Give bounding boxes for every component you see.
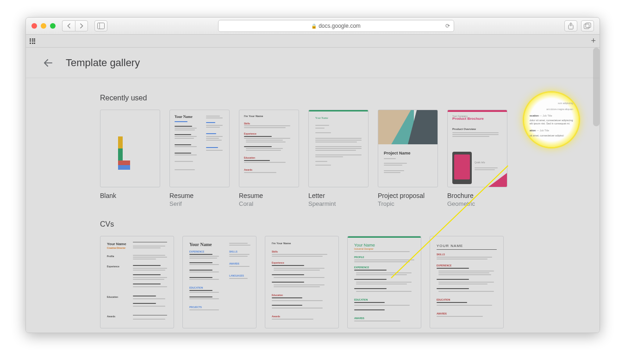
template-card-cv-5[interactable]: YOUR NAME SKILLS EXPERIENCE	[430, 236, 504, 328]
template-thumb-cv-1[interactable]: Your Name Creative Director Profile Expe…	[100, 236, 174, 328]
reload-button[interactable]: ⟳	[445, 23, 450, 29]
thumb-role: Creative Director	[107, 247, 125, 249]
lock-icon: 🔒	[311, 24, 317, 29]
apps-grid-icon[interactable]	[30, 38, 35, 44]
maximize-window-button[interactable]	[50, 23, 56, 29]
template-thumb-cv-4[interactable]: Your Name Industrial Designer PROFILE EX…	[347, 236, 421, 328]
arrow-left-icon	[43, 57, 54, 68]
template-title: Resume	[169, 192, 230, 199]
svg-rect-0	[98, 23, 105, 29]
tabs-icon	[584, 23, 591, 29]
template-thumb-brochure[interactable]: Your Company Product Brochure Product Ov…	[447, 110, 507, 187]
page-content: Template gallery Recently used Blank	[26, 48, 600, 333]
section-recently-used-title: Recently used	[100, 94, 525, 102]
gallery-back-button[interactable]	[39, 54, 57, 72]
thumb-brochure-title: Product Brochure	[452, 117, 484, 121]
template-subtitle: Coral	[239, 200, 299, 207]
thumb-name: YOUR NAME	[437, 244, 463, 248]
close-window-button[interactable]	[31, 23, 37, 29]
svg-rect-3	[584, 24, 589, 29]
template-title: Resume	[239, 192, 299, 199]
thumb-name: Your Name	[315, 117, 328, 119]
thumb-name: Your Name	[189, 242, 212, 247]
tabs-button[interactable]	[581, 20, 594, 31]
thumb-name: I'm Your Name	[244, 115, 263, 117]
window-controls	[31, 23, 56, 29]
url-bar[interactable]: 🔒 docs.google.com ⟳	[218, 20, 454, 32]
sidebar-icon	[97, 23, 105, 29]
template-card-letter-spearmint[interactable]: Your Name	[308, 110, 369, 207]
share-icon	[568, 22, 574, 30]
recently-used-row: Blank Your Name	[100, 110, 525, 207]
template-card-project-proposal[interactable]: Project Name Project proposal Tropic	[378, 110, 438, 207]
template-card-cv-2[interactable]: Your Name EXPERIENCE EDUCATION	[182, 236, 256, 328]
nav-back-forward-group	[62, 20, 88, 31]
thumb-name: Your Name	[354, 243, 375, 247]
template-thumb-cv-3[interactable]: I'm Your Name Skills Experience Ed	[265, 236, 339, 328]
template-thumb-resume-serif[interactable]: Your Name	[169, 110, 230, 187]
thumb-overview: Product Overview	[452, 128, 476, 130]
magnifier-highlight: sum adipiscing ant dolore magna aliquam …	[524, 93, 579, 147]
gallery-header: Template gallery	[26, 48, 600, 78]
template-thumb-cv-5[interactable]: YOUR NAME SKILLS EXPERIENCE	[430, 236, 504, 328]
template-thumb-project-proposal[interactable]: Project Name	[378, 110, 438, 187]
template-card-cv-3[interactable]: I'm Your Name Skills Experience Ed	[265, 236, 339, 328]
share-button[interactable]	[564, 20, 577, 31]
gallery-title: Template gallery	[66, 57, 140, 69]
tab-strip: +	[26, 35, 600, 48]
forward-button[interactable]	[75, 20, 88, 31]
template-title: Blank	[100, 192, 160, 199]
url-text: docs.google.com	[319, 23, 361, 29]
template-thumb-resume-coral[interactable]: I'm Your Name Skills Experience Educatio…	[239, 110, 299, 187]
template-subtitle: Geometric	[447, 200, 507, 207]
template-card-brochure-geometric[interactable]: Your Company Product Brochure Product Ov…	[447, 110, 507, 207]
template-title: Project proposal	[378, 192, 438, 199]
magnifier-content: sum adipiscing ant dolore magna aliquam …	[530, 102, 573, 137]
browser-toolbar: 🔒 docs.google.com ⟳	[26, 18, 600, 35]
template-subtitle: Serif	[169, 200, 230, 207]
thumb-name: Project Name	[384, 151, 411, 155]
new-tab-button[interactable]: +	[591, 36, 596, 46]
template-card-cv-4[interactable]: Your Name Industrial Designer PROFILE EX…	[347, 236, 421, 328]
template-card-blank[interactable]: Blank	[100, 110, 160, 207]
thumb-name: Your Name	[107, 242, 126, 246]
template-thumb-letter-spearmint[interactable]: Your Name	[308, 110, 369, 187]
chevron-right-icon	[77, 21, 86, 31]
thumb-role: Industrial Designer	[354, 247, 374, 250]
svg-rect-4	[586, 23, 591, 28]
minimize-window-button[interactable]	[41, 23, 46, 29]
section-cvs-title: CVs	[100, 220, 525, 228]
sidebar-toggle-button[interactable]	[94, 20, 107, 31]
template-card-resume-serif[interactable]: Your Name	[169, 110, 230, 207]
template-card-cv-1[interactable]: Your Name Creative Director Profile Expe…	[100, 236, 174, 328]
thumb-name: Your Name	[175, 115, 193, 119]
template-subtitle: Spearmint	[308, 200, 369, 207]
template-subtitle: Tropic	[378, 200, 438, 207]
gallery-body[interactable]: Recently used Blank Your Name	[26, 78, 600, 333]
template-thumb-blank[interactable]	[100, 110, 160, 187]
template-thumb-cv-2[interactable]: Your Name EXPERIENCE EDUCATION	[182, 236, 256, 328]
browser-window: 🔒 docs.google.com ⟳	[25, 17, 600, 333]
template-title: Letter	[308, 192, 369, 199]
chevron-left-icon	[64, 21, 74, 31]
cvs-row: Your Name Creative Director Profile Expe…	[100, 236, 525, 328]
template-card-resume-coral[interactable]: I'm Your Name Skills Experience Educatio…	[239, 110, 299, 207]
plus-icon	[118, 136, 142, 160]
scrollbar-thumb[interactable]	[593, 48, 600, 126]
back-button[interactable]	[62, 20, 75, 31]
